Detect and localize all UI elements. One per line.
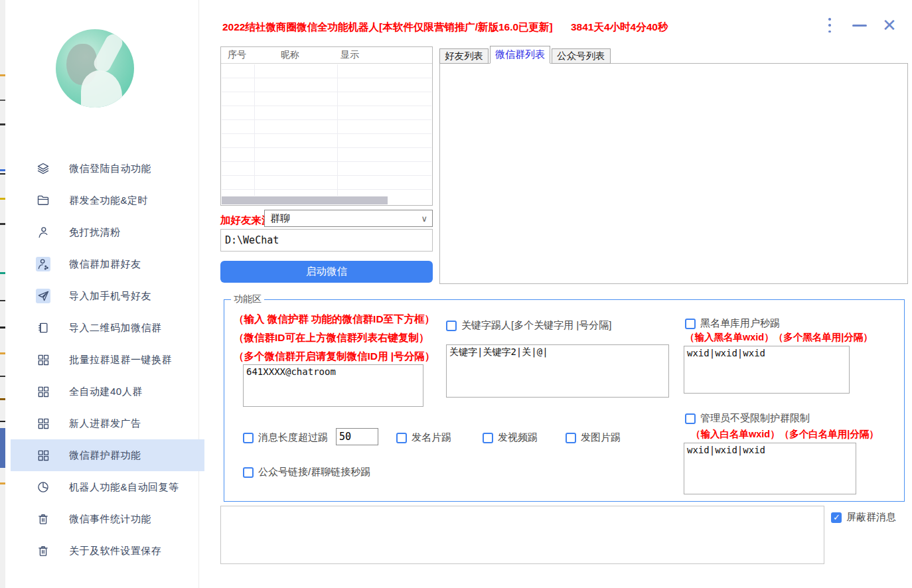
sidebar-item-label: 机器人功能&自动回复等 xyxy=(69,481,179,494)
grid-icon xyxy=(36,448,50,463)
friend-source-select[interactable]: 群聊 xyxy=(264,210,433,227)
wechat-path-input[interactable] xyxy=(220,229,433,252)
msg-length-label: 消息长度超过踢 xyxy=(258,431,328,444)
background-window-sliver xyxy=(0,0,5,588)
grid-icon xyxy=(36,416,50,431)
grid-icon xyxy=(36,352,50,367)
scrollbar-thumb[interactable] xyxy=(222,196,388,204)
image-kick-row: 发图片踢 xyxy=(566,431,621,444)
column-header: 序号 xyxy=(228,49,281,61)
friend-table-hscrollbar xyxy=(222,196,431,204)
sidebar-item-group-add-friends[interactable]: 微信群加群好友 xyxy=(11,248,204,280)
sidebar-item-about-settings[interactable]: 关于及软件设置保存 xyxy=(11,535,204,567)
admin-exempt-row: 管理员不受限制护群限制 xyxy=(685,412,810,425)
sidebar-item-auto-create-group[interactable]: 全自动建40人群 xyxy=(11,376,204,407)
blacklist-hint: （输入黑名单wxid）（多个黑名单用|分隔） xyxy=(685,331,873,344)
column-header: 显示 xyxy=(341,49,359,61)
sidebar-item-label: 新人进群发广告 xyxy=(69,417,141,430)
sidebar-item-import-phone[interactable]: 导入加手机号好友 xyxy=(11,280,204,312)
trash-icon xyxy=(36,512,50,526)
clock-icon xyxy=(36,480,50,494)
sidebar-item-label: 批量拉群退群一键换群 xyxy=(69,354,172,366)
admin-exempt-checkbox[interactable] xyxy=(685,413,696,424)
friend-table-header: 序号 昵称 显示 xyxy=(221,47,432,64)
blacklist-label: 黑名单库用户秒踢 xyxy=(700,317,780,330)
keyword-kick-row: 关键字踢人[多个关键字用 |号分隔] xyxy=(446,319,611,332)
column-header: 昵称 xyxy=(281,49,341,61)
sidebar-item-label: 群发全功能&定时 xyxy=(69,194,148,207)
sidebar-item-event-stats[interactable]: 微信事件统计功能 xyxy=(11,503,204,535)
tab-official-account-list[interactable]: 公众号列表 xyxy=(552,48,611,64)
minimize-icon[interactable] xyxy=(852,25,867,27)
footer-block-msgs-row: 屏蔽群消息 xyxy=(831,511,896,524)
sidebar-item-mass-send[interactable]: 群发全功能&定时 xyxy=(11,184,204,216)
group-list-panel xyxy=(439,63,908,284)
grid-icon xyxy=(36,384,50,399)
sidebar-item-wechat-login[interactable]: 微信登陆自动功能 xyxy=(11,153,204,184)
group-id-textarea[interactable]: 641XXXX@chatroom xyxy=(243,364,423,407)
link-kick-checkbox[interactable] xyxy=(243,467,254,478)
uptime-timer: 3841天4小时4分40秒 xyxy=(571,21,668,35)
friend-source-value: 群聊 xyxy=(270,212,290,225)
blacklist-checkbox[interactable] xyxy=(685,319,696,329)
list-tabbar: 好友列表 微信群列表 公众号列表 xyxy=(439,46,612,64)
sidebar: 微信登陆自动功能 群发全功能&定时 免打扰清粉 微信群加群好友 xyxy=(5,0,199,588)
sidebar-item-label: 全自动建40人群 xyxy=(69,386,143,398)
guard-hint-1: （输入 微信护群 功能的微信群ID至下方框） xyxy=(234,313,435,327)
card-kick-checkbox[interactable] xyxy=(396,433,407,443)
sidebar-item-label: 导入二维码加微信群 xyxy=(69,322,162,334)
kebab-menu-icon[interactable] xyxy=(826,18,833,33)
start-wechat-button[interactable]: 启动微信 xyxy=(220,261,433,283)
friend-list-table: 序号 昵称 显示 xyxy=(220,46,433,206)
image-kick-checkbox[interactable] xyxy=(566,433,576,443)
sidebar-item-label: 免打扰清粉 xyxy=(69,226,121,239)
sidebar-item-group-guard[interactable]: 微信群护群功能 xyxy=(11,439,204,471)
sidebar-menu: 微信登陆自动功能 群发全功能&定时 免打扰清粉 微信群加群好友 xyxy=(11,153,204,567)
tab-friend-list[interactable]: 好友列表 xyxy=(439,48,489,64)
sidebar-item-batch-group[interactable]: 批量拉群退群一键换群 xyxy=(11,344,204,376)
sidebar-item-newcomer-ad[interactable]: 新人进群发广告 xyxy=(11,407,204,439)
sidebar-item-label: 微信登陆自动功能 xyxy=(69,163,151,175)
app-title: 2022结社微商圈微信全功能机器人[本软件仅限营销推广/新版16.0已更新] xyxy=(222,21,553,35)
folder-icon xyxy=(36,193,50,208)
blacklist-row: 黑名单库用户秒踢 xyxy=(685,317,780,330)
keyword-kick-label: 关键字踢人[多个关键字用 |号分隔] xyxy=(461,319,611,332)
log-box xyxy=(220,506,824,564)
avatar xyxy=(56,29,134,108)
video-kick-checkbox[interactable] xyxy=(483,433,493,443)
sidebar-item-label: 微信群加群好友 xyxy=(69,258,141,271)
image-kick-label: 发图片踢 xyxy=(581,431,621,444)
layers-icon xyxy=(36,161,50,176)
blacklist-textarea[interactable]: wxid|wxid|wxid xyxy=(684,346,850,394)
trash-icon xyxy=(36,544,50,558)
guard-hint-2: （微信群ID可在上方微信群列表右键复制） xyxy=(234,331,429,345)
video-kick-row: 发视频踢 xyxy=(483,431,538,444)
function-area-title: 功能区 xyxy=(231,293,264,305)
tab-group-list[interactable]: 微信群列表 xyxy=(490,46,550,64)
keyword-kick-checkbox[interactable] xyxy=(446,321,457,331)
person-add-icon xyxy=(36,257,50,271)
sidebar-item-clean-fans[interactable]: 免打扰清粉 xyxy=(11,216,204,248)
sidebar-item-label: 微信群护群功能 xyxy=(69,449,141,462)
app-window: 微信登陆自动功能 群发全功能&定时 免打扰清粉 微信群加群好友 xyxy=(0,0,912,588)
close-icon[interactable] xyxy=(880,16,899,35)
guard-hint-3: （多个微信群开启请复制微信ID用 |号分隔） xyxy=(234,350,435,364)
sidebar-item-import-qrcode[interactable]: 导入二维码加微信群 xyxy=(11,312,204,344)
log-textarea[interactable] xyxy=(221,506,824,563)
msg-length-row: 消息长度超过踢 xyxy=(243,431,328,444)
card-kick-label: 发名片踢 xyxy=(412,431,451,444)
link-kick-label: 公众号链接/群聊链接秒踢 xyxy=(258,466,370,478)
whitelist-hint: （输入白名单wxid）（多个白名单用|分隔） xyxy=(691,428,879,441)
footer-block-msgs-label: 屏蔽群消息 xyxy=(846,511,896,524)
card-kick-row: 发名片踢 xyxy=(396,431,451,444)
sidebar-item-robot-autoreply[interactable]: 机器人功能&自动回复等 xyxy=(11,471,204,503)
msg-length-input[interactable] xyxy=(336,428,378,445)
video-kick-label: 发视频踢 xyxy=(498,431,538,444)
footer-block-msgs-checkbox[interactable] xyxy=(831,512,842,523)
link-kick-row: 公众号链接/群聊链接秒踢 xyxy=(243,466,370,478)
admin-exempt-label: 管理员不受限制护群限制 xyxy=(700,412,810,425)
keyword-textarea[interactable]: 关键字|关键字2|关|@| xyxy=(446,344,669,398)
sidebar-item-label: 微信事件统计功能 xyxy=(69,513,151,526)
msg-length-checkbox[interactable] xyxy=(243,433,254,443)
whitelist-textarea[interactable]: wxid|wxid|wxid xyxy=(684,443,856,494)
